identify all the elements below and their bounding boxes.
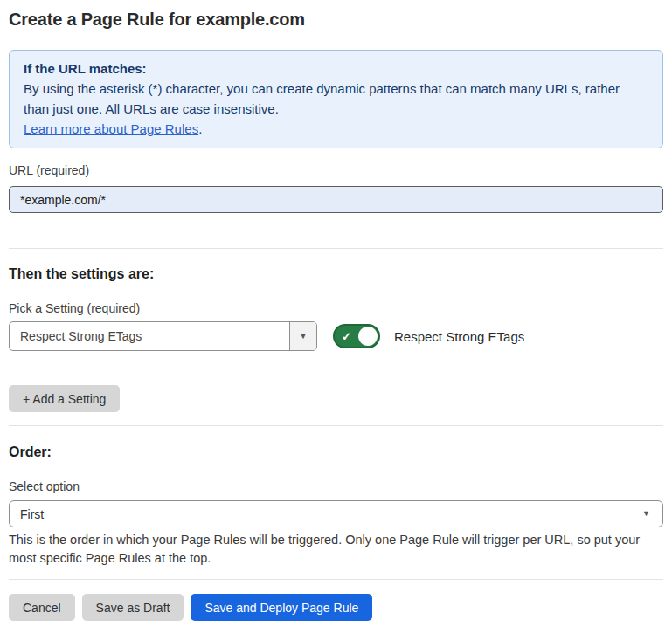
setting-dropdown-caret-button[interactable]: ▼ <box>289 322 316 350</box>
add-setting-button[interactable]: + Add a Setting <box>9 385 120 412</box>
create-page-rule-form: Create a Page Rule for example.com If th… <box>0 7 672 627</box>
footer-actions: Cancel Save as Draft Save and Deploy Pag… <box>9 594 663 621</box>
footer-divider <box>9 579 663 580</box>
section-divider <box>9 425 663 426</box>
setting-toggle[interactable]: ✓ <box>333 324 380 348</box>
learn-more-link[interactable]: Learn more about Page Rules <box>24 121 198 136</box>
url-match-info-box: If the URL matches: By using the asteris… <box>9 50 663 148</box>
setting-dropdown-value: Respect Strong ETags <box>10 322 289 350</box>
section-divider <box>9 248 663 249</box>
pick-setting-label: Pick a Setting (required) <box>9 300 663 316</box>
setting-dropdown[interactable]: Respect Strong ETags ▼ <box>9 321 317 351</box>
info-box-link-line: Learn more about Page Rules. <box>24 119 648 139</box>
order-section-heading: Order: <box>9 444 663 460</box>
cancel-button[interactable]: Cancel <box>9 594 75 621</box>
toggle-knob <box>358 327 378 346</box>
url-field-label: URL (required) <box>9 162 663 178</box>
link-suffix-period: . <box>198 121 202 136</box>
save-deploy-button[interactable]: Save and Deploy Page Rule <box>191 594 372 621</box>
caret-down-icon: ▼ <box>642 510 650 518</box>
info-box-body: By using the asterisk (*) character, you… <box>24 79 648 119</box>
page-title: Create a Page Rule for example.com <box>9 7 663 31</box>
order-select[interactable]: First ▼ <box>9 500 663 527</box>
url-input[interactable] <box>9 186 663 213</box>
caret-down-icon: ▼ <box>300 333 308 341</box>
info-box-heading: If the URL matches: <box>24 59 648 79</box>
setting-toggle-label: Respect Strong ETags <box>394 329 524 344</box>
order-help-text: This is the order in which your Page Rul… <box>9 531 655 568</box>
order-select-value: First <box>20 507 44 521</box>
check-icon: ✓ <box>342 331 351 342</box>
settings-section-heading: Then the settings are: <box>9 265 663 282</box>
save-draft-button[interactable]: Save as Draft <box>82 594 184 621</box>
setting-row: Respect Strong ETags ▼ ✓ Respect Strong … <box>9 321 663 351</box>
order-select-label: Select option <box>9 479 663 494</box>
